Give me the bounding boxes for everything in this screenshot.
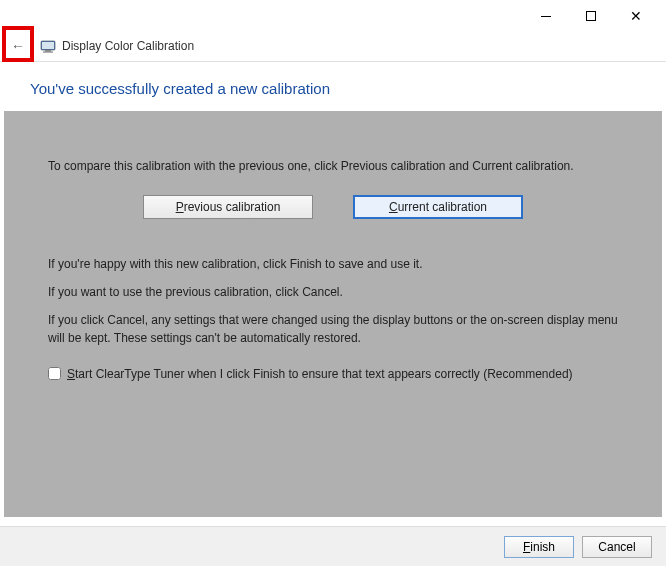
previous-calibration-button[interactable]: Previous calibration [143, 195, 313, 219]
main-panel: To compare this calibration with the pre… [4, 111, 662, 517]
content-header: You've successfully created a new calibr… [0, 62, 666, 111]
window-titlebar: ✕ [0, 0, 666, 30]
finish-text: inish [530, 540, 555, 554]
cancel-button[interactable]: Cancel [582, 536, 652, 558]
cleartype-text: tart ClearType Tuner when I click Finish… [75, 367, 573, 381]
finish-button[interactable]: Finish [504, 536, 574, 558]
curr-btn-text: urrent calibration [398, 200, 487, 214]
cleartype-checkbox-label[interactable]: Start ClearType Tuner when I click Finis… [67, 365, 573, 383]
calibration-button-row: Previous calibration Current calibration [48, 195, 618, 219]
back-button[interactable]: ← [0, 30, 36, 62]
cleartype-checkbox[interactable] [48, 367, 61, 380]
current-calibration-button[interactable]: Current calibration [353, 195, 523, 219]
header-bar: ← Display Color Calibration [0, 30, 666, 62]
minimize-button[interactable] [523, 2, 568, 30]
curr-btn-accel: C [389, 200, 398, 214]
cancel-instruction: If you want to use the previous calibrat… [48, 283, 618, 301]
close-icon: ✕ [630, 9, 642, 23]
cancel-warning: If you click Cancel, any settings that w… [48, 311, 618, 347]
prev-btn-accel: P [176, 200, 184, 214]
finish-instruction: If you're happy with this new calibratio… [48, 255, 618, 273]
close-button[interactable]: ✕ [613, 2, 658, 30]
cleartype-checkbox-row: Start ClearType Tuner when I click Finis… [48, 365, 618, 383]
page-title: You've successfully created a new calibr… [30, 80, 636, 97]
dialog-footer: Finish Cancel [0, 526, 666, 566]
cancel-text: Cancel [598, 540, 635, 554]
app-title: Display Color Calibration [62, 39, 194, 53]
cleartype-accel: S [67, 367, 75, 381]
app-icon [40, 38, 56, 54]
back-arrow-icon: ← [11, 38, 25, 54]
minimize-icon [541, 16, 551, 17]
svg-rect-2 [45, 50, 51, 52]
maximize-icon [586, 11, 596, 21]
svg-rect-3 [43, 51, 53, 52]
prev-btn-text: revious calibration [184, 200, 281, 214]
compare-instructions: To compare this calibration with the pre… [48, 157, 618, 175]
maximize-button[interactable] [568, 2, 613, 30]
svg-rect-1 [42, 42, 54, 49]
